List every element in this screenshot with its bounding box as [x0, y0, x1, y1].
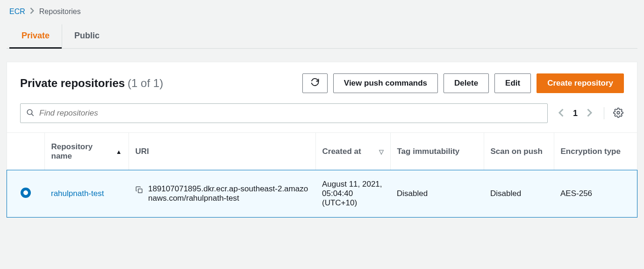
column-tag-immutability[interactable]: Tag immutability: [390, 133, 484, 170]
column-repo-name[interactable]: Repository name ▲: [44, 133, 129, 170]
column-created[interactable]: Created at ▽: [315, 133, 390, 170]
breadcrumb-root[interactable]: ECR: [9, 7, 25, 16]
separator: [604, 107, 604, 119]
sort-asc-icon: ▲: [116, 148, 122, 155]
tab-public[interactable]: Public: [62, 24, 112, 48]
chevron-right-icon: [30, 7, 35, 16]
cell-encryption-type: AES-256: [554, 170, 637, 217]
column-label: Created at: [322, 147, 361, 156]
pagination: 1: [555, 107, 624, 119]
svg-rect-3: [138, 189, 142, 193]
column-encryption-type[interactable]: Encryption type: [554, 133, 637, 170]
cell-repo-name: rahulpnath-test: [44, 170, 129, 217]
breadcrumb: ECR Repositories: [7, 0, 637, 24]
toolbar: View push commands Delete Edit Create re…: [302, 73, 624, 93]
search-row: 1: [7, 101, 637, 133]
refresh-button[interactable]: [302, 73, 328, 93]
view-push-commands-button[interactable]: View push commands: [333, 73, 438, 93]
column-label: Repository name: [51, 142, 111, 161]
table-settings-button[interactable]: [613, 108, 624, 119]
table-header-row: Repository name ▲ URI Created at ▽: [7, 133, 637, 170]
repositories-panel: Private repositories (1 of 1) View push …: [7, 62, 637, 218]
column-label: Tag immutability: [397, 147, 460, 156]
pagination-page: 1: [573, 109, 578, 118]
gear-icon: [613, 108, 623, 119]
refresh-icon: [310, 78, 320, 89]
breadcrumb-current: Repositories: [39, 7, 81, 16]
delete-button[interactable]: Delete: [444, 73, 489, 93]
column-label: Scan on push: [491, 147, 543, 156]
copy-button[interactable]: [135, 186, 143, 196]
column-select: [7, 133, 44, 170]
panel-header: Private repositories (1 of 1) View push …: [7, 62, 637, 101]
column-label: Encryption type: [561, 147, 621, 156]
column-uri[interactable]: URI: [129, 133, 315, 170]
column-label: URI: [136, 147, 149, 156]
edit-button[interactable]: Edit: [494, 73, 531, 93]
next-page-button[interactable]: [584, 108, 595, 119]
create-repository-button[interactable]: Create repository: [537, 73, 624, 93]
tab-private[interactable]: Private: [9, 24, 62, 48]
cell-uri: 189107071895.dkr.ecr.ap-southeast-2.amaz…: [129, 170, 315, 217]
prev-page-button[interactable]: [555, 108, 566, 119]
cell-tag-immutability: Disabled: [390, 170, 484, 217]
panel-title: Private repositories: [20, 77, 125, 90]
svg-point-0: [27, 109, 32, 115]
chevron-left-icon: [558, 109, 564, 118]
copy-icon: [135, 187, 143, 196]
uri-text: 189107071895.dkr.ecr.ap-southeast-2.amaz…: [148, 184, 309, 203]
cell-created: August 11, 2021, 05:04:40 (UTC+10): [315, 170, 390, 217]
repositories-table: Repository name ▲ URI Created at ▽: [7, 133, 637, 217]
tabs: Private Public: [7, 24, 637, 49]
sort-desc-icon: ▽: [379, 148, 384, 155]
row-select-cell[interactable]: [7, 170, 44, 217]
repo-name-link[interactable]: rahulpnath-test: [51, 189, 104, 198]
radio-selected-icon[interactable]: [21, 188, 31, 198]
search-input[interactable]: [35, 109, 542, 118]
svg-line-1: [32, 114, 34, 116]
panel-count: (1 of 1): [128, 77, 163, 90]
column-scan-on-push[interactable]: Scan on push: [484, 133, 554, 170]
search-box[interactable]: [20, 103, 548, 123]
search-icon: [26, 109, 35, 118]
cell-scan-on-push: Disabled: [484, 170, 554, 217]
svg-point-2: [617, 111, 620, 114]
chevron-right-icon: [587, 109, 593, 118]
table-row[interactable]: rahulpnath-test 189107071895.dkr.ecr.ap-…: [7, 170, 637, 217]
